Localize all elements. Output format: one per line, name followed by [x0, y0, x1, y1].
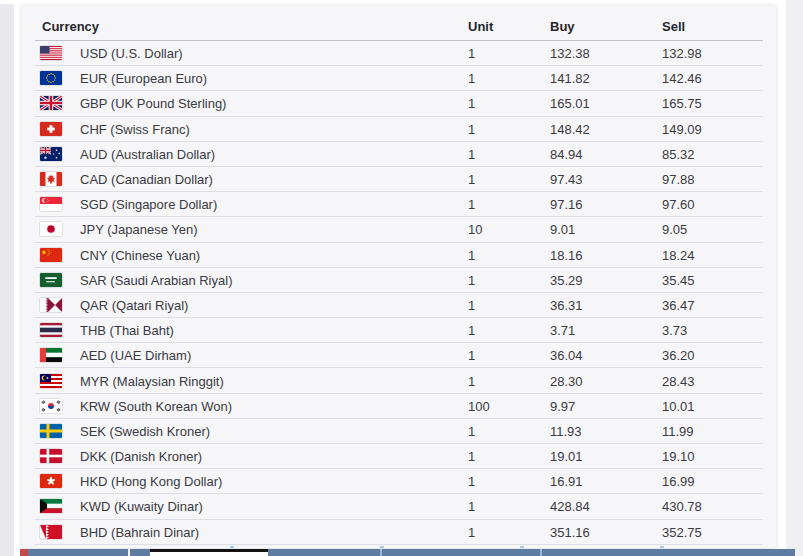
hk-flag-icon [40, 474, 62, 488]
dk-flag-icon [40, 449, 62, 463]
sg-flag-icon [40, 197, 62, 211]
buy-rate: 19.01 [550, 449, 583, 464]
table-body: USD (U.S. Dollar) 1 132.38 132.98 EUR (E… [35, 41, 763, 545]
sell-rate: 16.99 [662, 474, 695, 489]
sell-rate: 97.88 [662, 172, 695, 187]
table-row: KWD (Kuwaity Dinar) 1 428.84 430.78 [35, 494, 763, 519]
se-flag-icon [40, 424, 62, 438]
cutoff-content-strip [20, 549, 795, 556]
unit-value: 1 [468, 323, 475, 338]
currency-name: KWD (Kuwaity Dinar) [80, 499, 203, 514]
table-row: CAD (Canadian Dollar) 1 97.43 97.88 [35, 167, 763, 192]
currency-name: CHF (Swiss Franc) [80, 121, 190, 136]
unit-value: 1 [468, 46, 475, 61]
column-header-buy: Buy [550, 19, 575, 34]
buy-rate: 36.04 [550, 348, 583, 363]
cutoff-tick [540, 549, 542, 556]
table-row: GBP (UK Pound Sterling) 1 165.01 165.75 [35, 91, 763, 116]
ca-flag-icon [40, 172, 62, 186]
table-row: CHF (Swiss Franc) 1 148.42 149.09 [35, 117, 763, 142]
buy-rate: 3.71 [550, 323, 575, 338]
kw-flag-icon [40, 499, 62, 513]
currency-name: SGD (Singapore Dollar) [80, 197, 217, 212]
sell-rate: 18.24 [662, 247, 695, 262]
cutoff-dot [660, 546, 664, 548]
currency-name: QAR (Qatari Riyal) [80, 297, 188, 312]
exchange-rates-table: Currency Unit Buy Sell USD (U.S. Dollar)… [35, 5, 763, 545]
gb-flag-icon [40, 96, 62, 110]
currency-name: SAR (Saudi Arabian Riyal) [80, 272, 232, 287]
sell-rate: 149.09 [662, 121, 702, 136]
exchange-rates-card: Currency Unit Buy Sell USD (U.S. Dollar)… [22, 5, 776, 548]
column-header-sell: Sell [662, 19, 685, 34]
sell-rate: 36.20 [662, 348, 695, 363]
table-row: CNY (Chinese Yuan) 1 18.16 18.24 [35, 243, 763, 268]
sell-rate: 85.32 [662, 146, 695, 161]
table-row: MYR (Malaysian Ringgit) 1 28.30 28.43 [35, 368, 763, 393]
buy-rate: 9.97 [550, 398, 575, 413]
buy-rate: 84.94 [550, 146, 583, 161]
cutoff-black-segment [150, 549, 268, 556]
table-row: SGD (Singapore Dollar) 1 97.16 97.60 [35, 192, 763, 217]
unit-value: 1 [468, 146, 475, 161]
currency-name: MYR (Malaysian Ringgit) [80, 373, 224, 388]
buy-rate: 141.82 [550, 71, 590, 86]
jp-flag-icon [40, 222, 62, 236]
currency-name: JPY (Japanese Yen) [80, 222, 198, 237]
column-header-currency: Currency [42, 19, 99, 34]
sell-rate: 9.05 [662, 222, 687, 237]
sell-rate: 430.78 [662, 499, 702, 514]
unit-value: 1 [468, 348, 475, 363]
table-row: JPY (Japanese Yen) 10 9.01 9.05 [35, 217, 763, 242]
eu-flag-icon [40, 71, 62, 85]
sell-rate: 352.75 [662, 524, 702, 539]
unit-value: 1 [468, 197, 475, 212]
buy-rate: 28.30 [550, 373, 583, 388]
ae-flag-icon [40, 348, 62, 362]
buy-rate: 9.01 [550, 222, 575, 237]
table-row: HKD (Hong Kong Dollar) 1 16.91 16.99 [35, 469, 763, 494]
currency-name: SEK (Swedish Kroner) [80, 423, 210, 438]
unit-value: 10 [468, 222, 482, 237]
buy-rate: 148.42 [550, 121, 590, 136]
sell-rate: 142.46 [662, 71, 702, 86]
table-row: SEK (Swedish Kroner) 1 11.93 11.99 [35, 419, 763, 444]
unit-value: 1 [468, 121, 475, 136]
cutoff-dot [520, 546, 524, 548]
currency-name: AUD (Australian Dollar) [80, 146, 215, 161]
buy-rate: 132.38 [550, 46, 590, 61]
my-flag-icon [40, 374, 62, 388]
currency-name: HKD (Hong Kong Dollar) [80, 474, 222, 489]
unit-value: 1 [468, 524, 475, 539]
table-row: AED (UAE Dirham) 1 36.04 36.20 [35, 343, 763, 368]
table-row: THB (Thai Baht) 1 3.71 3.73 [35, 318, 763, 343]
buy-rate: 351.16 [550, 524, 590, 539]
currency-name: KRW (South Korean Won) [80, 398, 232, 413]
buy-rate: 11.93 [550, 423, 582, 438]
unit-value: 100 [468, 398, 490, 413]
sell-rate: 97.60 [662, 197, 695, 212]
sell-rate: 132.98 [662, 46, 702, 61]
buy-rate: 97.16 [550, 197, 583, 212]
currency-name: EUR (European Euro) [80, 71, 207, 86]
page-background-right [786, 0, 803, 556]
us-flag-icon [40, 46, 62, 60]
buy-rate: 36.31 [550, 297, 583, 312]
unit-value: 1 [468, 71, 475, 86]
buy-rate: 35.29 [550, 272, 583, 287]
currency-name: CAD (Canadian Dollar) [80, 172, 213, 187]
page-background-left [0, 4, 14, 556]
sell-rate: 35.45 [662, 272, 695, 287]
sell-rate: 165.75 [662, 96, 702, 111]
unit-value: 1 [468, 449, 475, 464]
sell-rate: 10.01 [662, 398, 695, 413]
currency-name: DKK (Danish Kroner) [80, 449, 202, 464]
cutoff-tick [380, 549, 382, 556]
sell-rate: 11.99 [662, 423, 694, 438]
th-flag-icon [40, 323, 62, 337]
column-header-unit: Unit [468, 19, 493, 34]
table-row: QAR (Qatari Riyal) 1 36.31 36.47 [35, 293, 763, 318]
sell-rate: 3.73 [662, 323, 687, 338]
cutoff-gap [128, 549, 130, 556]
unit-value: 1 [468, 247, 475, 262]
